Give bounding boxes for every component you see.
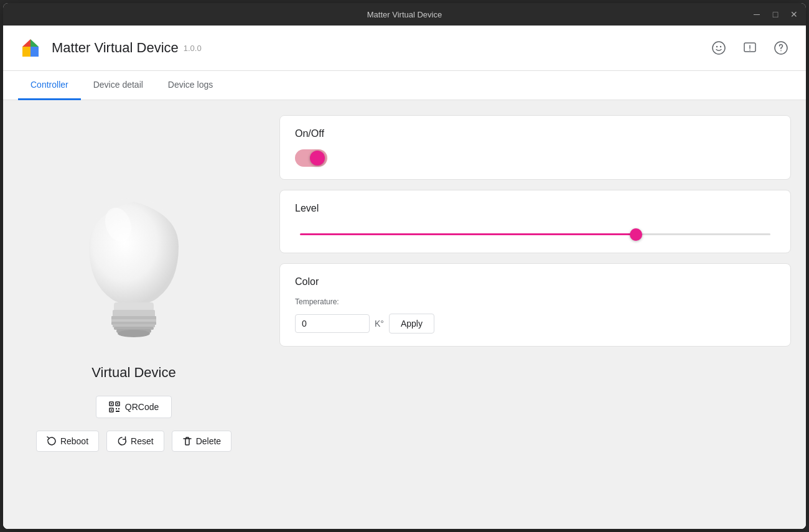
app-version: 1.0.0 — [184, 44, 202, 53]
title-bar: Matter Virtual Device ─ □ ✕ — [3, 3, 806, 26]
reset-button[interactable]: Reset — [106, 431, 164, 452]
svg-point-22 — [118, 330, 150, 337]
header-icons — [709, 38, 791, 58]
level-slider[interactable] — [300, 233, 770, 235]
temperature-label: Temperature: — [295, 297, 775, 306]
qrcode-label: QRCode — [125, 402, 159, 412]
svg-marker-2 — [22, 47, 30, 57]
feedback-button[interactable] — [740, 38, 760, 58]
svg-marker-3 — [30, 47, 39, 57]
tab-controller[interactable]: Controller — [18, 71, 81, 100]
app-header: Matter Virtual Device 1.0.0 — [3, 26, 806, 71]
help-button[interactable] — [771, 38, 791, 58]
svg-point-9 — [749, 50, 751, 51]
slider-wrapper — [295, 224, 775, 240]
tabs-bar: Controller Device detail Device logs — [3, 71, 806, 100]
reboot-label: Reboot — [60, 436, 88, 446]
color-card: Color Temperature: K° Apply — [279, 263, 791, 347]
svg-rect-28 — [111, 409, 112, 411]
reset-label: Reset — [131, 436, 154, 446]
svg-marker-1 — [30, 39, 39, 47]
minimize-button[interactable]: ─ — [751, 9, 762, 20]
reboot-button[interactable]: Reboot — [36, 431, 99, 452]
svg-point-4 — [713, 42, 725, 54]
svg-rect-24 — [111, 403, 112, 404]
svg-rect-30 — [118, 408, 119, 409]
onoff-card: On/Off — [279, 115, 791, 180]
close-button[interactable]: ✕ — [788, 9, 800, 20]
level-card: Level — [279, 190, 791, 253]
svg-rect-29 — [116, 408, 117, 409]
svg-marker-0 — [22, 39, 30, 47]
toggle-thumb — [310, 151, 325, 166]
left-panel: Virtual Device QRCode — [3, 100, 264, 529]
maximize-button[interactable]: □ — [770, 9, 781, 20]
toggle-wrapper — [295, 149, 775, 167]
tab-device-logs[interactable]: Device logs — [156, 71, 225, 100]
window-controls: ─ □ ✕ — [751, 9, 800, 20]
delete-icon — [182, 436, 192, 446]
main-area: Virtual Device QRCode — [3, 100, 806, 529]
app-content: Matter Virtual Device 1.0.0 — [3, 26, 806, 529]
device-name: Virtual Device — [91, 365, 175, 381]
app-window: Matter Virtual Device ─ □ ✕ Matter Virtu… — [3, 3, 806, 529]
svg-point-11 — [780, 50, 782, 52]
right-panel: On/Off Level — [264, 100, 806, 529]
title-bar-text: Matter Virtual Device — [367, 10, 442, 19]
apply-button[interactable]: Apply — [389, 314, 434, 334]
onoff-label: On/Off — [295, 128, 775, 139]
svg-rect-31 — [116, 411, 119, 412]
delete-label: Delete — [196, 436, 221, 446]
svg-rect-14 — [114, 302, 154, 311]
temperature-input[interactable] — [295, 314, 370, 333]
color-label: Color — [295, 276, 775, 287]
app-title: Matter Virtual Device — [52, 40, 179, 56]
reset-icon — [117, 436, 127, 446]
temperature-unit: K° — [375, 319, 384, 329]
level-label: Level — [295, 203, 775, 214]
svg-point-5 — [716, 46, 718, 47]
color-input-row: K° Apply — [295, 314, 775, 334]
action-buttons: Reboot Reset — [36, 431, 231, 452]
qr-icon — [109, 401, 120, 413]
svg-rect-26 — [117, 403, 118, 404]
bulb-image — [65, 178, 202, 352]
svg-point-6 — [720, 46, 721, 47]
delete-button[interactable]: Delete — [172, 431, 231, 452]
reboot-icon — [47, 436, 57, 446]
smiley-button[interactable] — [709, 38, 729, 58]
onoff-toggle[interactable] — [295, 149, 327, 167]
app-logo — [18, 35, 43, 60]
tab-device-detail[interactable]: Device detail — [81, 71, 156, 100]
qrcode-button[interactable]: QRCode — [96, 396, 172, 418]
